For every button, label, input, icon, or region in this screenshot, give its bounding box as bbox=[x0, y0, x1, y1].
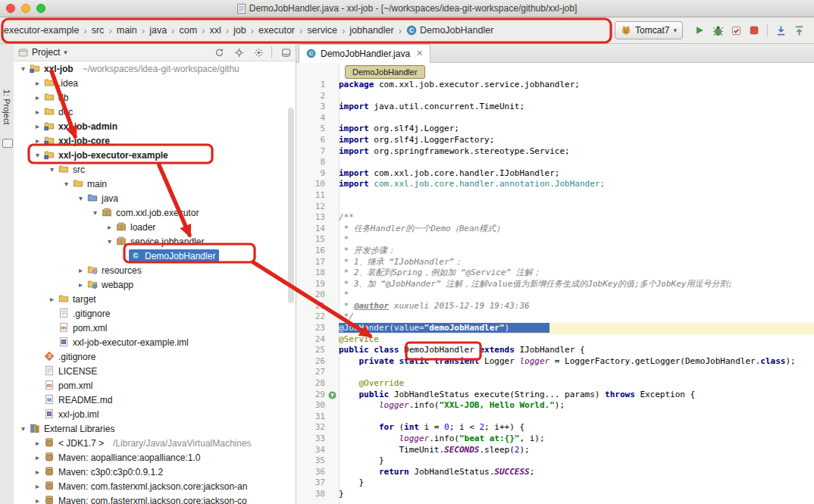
code-line-text[interactable] bbox=[339, 91, 814, 102]
chevron-down-icon[interactable]: ▾ bbox=[61, 180, 71, 188]
chevron-right-icon[interactable]: ▸ bbox=[33, 122, 42, 130]
tree-item[interactable]: ▸Maven: aopalliance:aopalliance:1.0 bbox=[14, 450, 296, 465]
tree-item[interactable]: .gitignore bbox=[14, 306, 296, 321]
tree-item[interactable]: ▸xxl-job-admin bbox=[14, 119, 296, 133]
code-line[interactable]: 29 public JobHandleStatus execute(String… bbox=[296, 390, 814, 401]
code-line-text[interactable]: private static transient Logger logger =… bbox=[339, 356, 814, 368]
code-line[interactable]: 11 bbox=[296, 190, 814, 202]
project-tool-window-button[interactable]: 1: Project bbox=[2, 89, 11, 124]
code-line[interactable]: 14 * 任务Handler的一个Demo（Bean模式） bbox=[296, 224, 814, 235]
close-icon[interactable]: ✕ bbox=[416, 49, 423, 58]
code-line[interactable]: 21 * @author xuxueli 2015-12-19 19:43:36 bbox=[296, 301, 814, 312]
code-line-text[interactable] bbox=[339, 113, 814, 124]
code-line-text[interactable]: import org.slf4j.Logger; bbox=[339, 124, 814, 135]
code-line[interactable]: 12 bbox=[296, 202, 814, 213]
tab-demojobhandler[interactable]: C DemoJobHandler.java ✕ bbox=[299, 44, 430, 63]
code-line-text[interactable]: */ bbox=[339, 311, 814, 323]
chevron-right-icon[interactable]: ▸ bbox=[33, 79, 42, 87]
code-line[interactable]: 10import com.xxl.job.core.handler.annota… bbox=[296, 179, 814, 190]
tree-item[interactable]: ▸doc bbox=[14, 105, 296, 119]
line-number[interactable]: 30 bbox=[296, 400, 328, 412]
tree-item[interactable]: ▸.idea bbox=[14, 76, 296, 90]
code-line-text[interactable]: * 任务Handler的一个Demo（Bean模式） bbox=[339, 224, 814, 235]
tree-item[interactable]: mpom.xml bbox=[14, 321, 296, 335]
line-number[interactable]: 13 bbox=[296, 212, 328, 224]
line-number[interactable]: 19 bbox=[296, 279, 328, 290]
chevron-down-icon[interactable]: ▾ bbox=[90, 208, 100, 217]
code-line[interactable]: 4 bbox=[296, 113, 814, 124]
code-line-text[interactable]: * 2、装配到Spring，例如加 “@Service” 注解； bbox=[339, 268, 814, 279]
code-line[interactable]: 3import java.util.concurrent.TimeUnit; bbox=[296, 102, 814, 113]
settings-gear-icon[interactable] bbox=[254, 48, 264, 58]
code-line-text[interactable]: public JobHandleStatus execute(String...… bbox=[339, 390, 814, 401]
tree-item[interactable]: ▾src bbox=[14, 162, 296, 177]
line-number[interactable]: 4 bbox=[296, 113, 328, 124]
tree-item[interactable]: .gitignore bbox=[14, 349, 296, 364]
chevron-right-icon[interactable]: ▸ bbox=[33, 482, 42, 490]
line-number[interactable]: 2 bbox=[296, 91, 328, 102]
line-number[interactable]: 25 bbox=[296, 345, 328, 356]
close-window-button[interactable] bbox=[6, 4, 15, 13]
stop-button[interactable] bbox=[745, 22, 763, 39]
code-line[interactable]: 27 bbox=[296, 367, 814, 378]
line-number[interactable]: 35 bbox=[296, 455, 328, 467]
code-line[interactable]: 36 return JobHandleStatus.SUCCESS; bbox=[296, 467, 814, 478]
tree-item[interactable]: ▾com.xxl.job.executor bbox=[14, 205, 296, 220]
line-number[interactable]: 11 bbox=[296, 190, 328, 202]
code-line-text[interactable]: public class DemoJobHandler extends IJob… bbox=[339, 345, 814, 356]
chevron-right-icon[interactable]: ▸ bbox=[47, 295, 57, 303]
minimize-window-button[interactable] bbox=[21, 4, 30, 13]
code-line[interactable]: 20 * bbox=[296, 290, 814, 301]
code-line-text[interactable]: for (int i = 0; i < 2; i++) { bbox=[339, 422, 814, 434]
line-number[interactable]: 9 bbox=[296, 168, 328, 180]
tree-item[interactable]: ▸db bbox=[14, 90, 296, 105]
tree-item[interactable]: LICENSE bbox=[14, 364, 296, 378]
code-line-text[interactable]: import com.xxl.job.core.handler.annotati… bbox=[339, 179, 814, 190]
chevron-right-icon[interactable]: ▸ bbox=[105, 223, 114, 231]
code-line-text[interactable] bbox=[339, 412, 814, 423]
code-line-text[interactable]: } bbox=[339, 455, 814, 467]
tree-item[interactable]: mpom.xml bbox=[14, 378, 296, 393]
tree-item[interactable]: xxl-job-executor-example.iml bbox=[14, 335, 296, 349]
code-line-text[interactable]: @JobHander(value="demoJobHandler") bbox=[339, 323, 814, 334]
breadcrumb-item[interactable]: CDemoJobHandler bbox=[406, 25, 493, 36]
chevron-down-icon[interactable]: ▾ bbox=[105, 237, 114, 246]
code-line-text[interactable]: * @author xuxueli 2015-12-19 19:43:36 bbox=[339, 301, 814, 312]
line-number[interactable]: 33 bbox=[296, 434, 328, 445]
code-line[interactable]: 1package com.xxl.job.executor.service.jo… bbox=[296, 80, 814, 91]
line-number[interactable]: 31 bbox=[296, 412, 328, 423]
tree-item[interactable]: ▾xxl-job~/workspaces/idea-git-workspace/… bbox=[14, 61, 296, 76]
tree-item[interactable]: CDemoJobHandler bbox=[14, 249, 296, 263]
line-number[interactable]: 14 bbox=[296, 224, 328, 235]
line-number[interactable]: 34 bbox=[296, 445, 328, 456]
code-line[interactable]: 38} bbox=[296, 489, 814, 500]
breadcrumb-item[interactable]: executor-example bbox=[4, 25, 79, 36]
code-line[interactable]: 31 bbox=[296, 412, 814, 423]
chevron-down-icon[interactable]: ▾ bbox=[64, 49, 67, 56]
code-line[interactable]: 22 */ bbox=[296, 311, 814, 323]
code-line-text[interactable]: * 开发步骤： bbox=[339, 246, 814, 257]
code-line-text[interactable]: @Override bbox=[339, 378, 814, 390]
panel-splitter[interactable] bbox=[296, 44, 296, 504]
code-line-text[interactable] bbox=[339, 157, 814, 168]
vcs-update-button[interactable] bbox=[772, 22, 790, 39]
breadcrumb-item[interactable]: job bbox=[233, 25, 246, 36]
code-line-text[interactable]: import org.springframework.stereotype.Se… bbox=[339, 146, 814, 158]
tree-item[interactable]: ▾java bbox=[14, 191, 296, 205]
code-line[interactable]: 26 private static transient Logger logge… bbox=[296, 356, 814, 368]
code-line-text[interactable] bbox=[339, 202, 814, 213]
code-line-text[interactable]: } bbox=[339, 489, 814, 500]
tree-item[interactable]: ▾service.jobhandler bbox=[14, 234, 296, 249]
breadcrumb-item[interactable]: main bbox=[117, 25, 137, 36]
chevron-right-icon[interactable]: ▸ bbox=[33, 496, 42, 504]
debug-button[interactable] bbox=[709, 22, 727, 39]
code-line-text[interactable]: /** bbox=[339, 212, 814, 224]
code-line[interactable]: 33 logger.info("beat at:{}", i); bbox=[296, 434, 814, 445]
chevron-right-icon[interactable]: ▸ bbox=[33, 108, 42, 116]
code-line[interactable]: 23@JobHander(value="demoJobHandler") bbox=[296, 323, 814, 334]
tree-item[interactable]: ▸loader bbox=[14, 220, 296, 234]
code-line[interactable]: 35 } bbox=[296, 455, 814, 467]
code-line-text[interactable]: @Service bbox=[339, 334, 814, 346]
breadcrumb-item[interactable]: service bbox=[307, 25, 337, 36]
coverage-button[interactable] bbox=[727, 22, 745, 39]
